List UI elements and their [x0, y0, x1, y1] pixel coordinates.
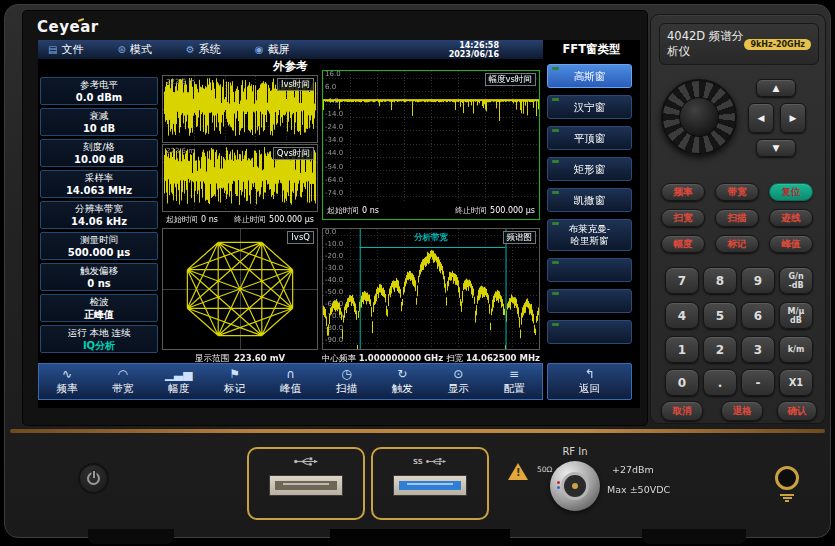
spectrum-title: 频谱图: [503, 231, 537, 244]
param-scale-per-div[interactable]: 刻度/格10.00 dB: [40, 139, 158, 167]
key-x1[interactable]: X1: [779, 369, 813, 396]
hardkey-marker[interactable]: 标记: [715, 235, 759, 253]
hardkey-amplitude[interactable]: 幅度: [661, 235, 705, 253]
usb-icon: [293, 456, 319, 467]
key-unit-giga[interactable]: G/n -dB: [779, 267, 813, 294]
toolbar-bandwidth[interactable]: ◠带宽: [95, 364, 151, 399]
arrow-right-key[interactable]: ▶: [780, 103, 806, 133]
fft-window-blackman-harris[interactable]: 布莱克曼- 哈里斯窗: [547, 219, 632, 251]
toolbar-sweep[interactable]: ◷扫描: [318, 364, 374, 399]
back-button[interactable]: ↰ 返回: [547, 363, 632, 400]
fft-window-flattop[interactable]: 平顶窗: [547, 126, 632, 150]
fft-window-empty-2[interactable]: [547, 289, 632, 313]
key-cancel[interactable]: 取消: [661, 401, 703, 421]
param-detector[interactable]: 检波正峰值: [40, 294, 158, 322]
max-voltage-label: Max ±50VDC: [607, 484, 670, 495]
key-8[interactable]: 8: [703, 267, 737, 294]
fft-window-kaiser[interactable]: 凯撒窗: [547, 188, 632, 212]
rf-in-label: RF In: [552, 446, 598, 457]
ground-terminal: [775, 466, 799, 490]
key-minus[interactable]: -: [741, 369, 775, 396]
hardkey-reset[interactable]: 复位: [769, 183, 813, 201]
marker-icon: ⚑: [229, 368, 240, 381]
freq-range-badge: 9kHz-20GHz: [744, 39, 811, 50]
toolbar-marker[interactable]: ⚑标记: [207, 364, 263, 399]
key-4[interactable]: 4: [665, 302, 699, 329]
mode-icon: ⊛: [117, 44, 125, 55]
key-7[interactable]: 7: [665, 267, 699, 294]
menu-item-system-label: 系统: [199, 42, 221, 57]
hardkey-frequency[interactable]: 频率: [661, 183, 705, 201]
fft-window-empty-1[interactable]: [547, 258, 632, 282]
hardkey-bandwidth[interactable]: 带宽: [715, 183, 759, 201]
arrow-down-key[interactable]: ▼: [756, 139, 796, 157]
key-unit-mega[interactable]: M/µ dB: [779, 302, 813, 329]
menu-item-mode[interactable]: ⊛ 模式: [117, 42, 151, 57]
param-rbw[interactable]: 分辨率带宽14.06 kHz: [40, 201, 158, 229]
param-trigger-offset[interactable]: 触发偏移0 ns: [40, 263, 158, 291]
menu-item-system[interactable]: ⚙ 系统: [186, 42, 221, 57]
i-plot-title: Ivs时间: [277, 78, 314, 91]
amplitude-trace: [323, 71, 539, 203]
hardkey-span[interactable]: 扫宽: [661, 209, 705, 227]
ground-icon: [779, 494, 795, 503]
key-3[interactable]: 3: [741, 336, 775, 363]
model-plate: 4042D 频谱分析仪 9kHz-20GHz: [659, 23, 819, 65]
key-0[interactable]: 0: [665, 369, 699, 396]
iq-plot-title: IvsQ: [287, 231, 314, 244]
spectrum-trace: [323, 229, 539, 349]
usb2-port-frame: [247, 447, 365, 520]
key-decimal[interactable]: .: [703, 369, 737, 396]
param-attenuation[interactable]: 衰减10 dB: [40, 108, 158, 136]
key-9[interactable]: 9: [741, 267, 775, 294]
menu-item-screenshot[interactable]: ◉ 截屏: [255, 42, 290, 57]
menu-item-mode-label: 模式: [130, 42, 152, 57]
arrow-up-key[interactable]: ▲: [756, 79, 796, 97]
lcd-screen: ▤ 文件 ⊛ 模式 ⚙ 系统 ◉ 截屏 14:26:58 2023/06/16 …: [38, 40, 640, 408]
toolbar-frequency[interactable]: ∿频率: [39, 364, 95, 399]
fft-window-hanning[interactable]: 汉宁窗: [547, 95, 632, 119]
toolbar-config[interactable]: ≡配置: [486, 364, 542, 399]
fft-window-empty-3[interactable]: [547, 320, 632, 344]
toolbar-amplitude[interactable]: ▁▃▅幅度: [151, 364, 207, 399]
key-5[interactable]: 5: [703, 302, 737, 329]
copper-trim: [10, 429, 825, 433]
key-unit-kilo[interactable]: k/m: [779, 336, 813, 363]
toolbar-peak[interactable]: ∩峰值: [263, 364, 319, 399]
amp-time-axis-labels: 起始时间0 ns 终止时间500.000 µs: [323, 205, 539, 216]
bandwidth-icon: ◠: [118, 368, 128, 381]
screenshot-icon: ◉: [255, 44, 264, 55]
key-confirm[interactable]: 确认: [777, 401, 817, 421]
power-icon: [87, 472, 100, 485]
key-6[interactable]: 6: [741, 302, 775, 329]
menu-item-screenshot-label: 截屏: [268, 42, 290, 57]
back-icon: ↰: [584, 368, 594, 381]
rotary-knob-center[interactable]: [679, 97, 719, 137]
menu-bar: ▤ 文件 ⊛ 模式 ⚙ 系统 ◉ 截屏 14:26:58 2023/06/16: [38, 40, 543, 59]
arrow-left-key[interactable]: ◀: [748, 103, 774, 133]
key-2[interactable]: 2: [703, 336, 737, 363]
key-1[interactable]: 1: [665, 336, 699, 363]
power-button[interactable]: [78, 463, 109, 494]
hardkey-trace[interactable]: 迹线: [769, 209, 813, 227]
toolbar-display[interactable]: ⊙显示: [430, 364, 486, 399]
param-sample-rate[interactable]: 采样率14.063 MHz: [40, 170, 158, 198]
q-plot-title: Qvs时间: [273, 147, 314, 160]
param-meas-time[interactable]: 测量时间500.000 µs: [40, 232, 158, 260]
iq-time-axis-labels: 起始时间0 ns 终止时间500.000 µs: [162, 214, 318, 225]
param-ref-level[interactable]: 参考电平0.0 dBm: [40, 77, 158, 105]
plot-spectrum: 分析带宽 频谱图: [322, 228, 540, 350]
plot-amplitude-vs-time: 幅度vs时间 起始时间0 ns 终止时间500.000 µs: [322, 70, 540, 220]
usb3-port-frame: SS: [371, 447, 489, 520]
menu-item-file[interactable]: ▤ 文件: [48, 42, 83, 57]
hardkey-sweep[interactable]: 扫描: [715, 209, 759, 227]
hardkey-peak[interactable]: 峰值: [769, 235, 813, 253]
param-run-status[interactable]: 运行 本地 连续IQ分析: [40, 325, 158, 353]
fft-window-gaussian[interactable]: 高斯窗: [547, 64, 632, 88]
fft-window-rectangular[interactable]: 矩形窗: [547, 157, 632, 181]
plot-q-vs-time: 223.6 m Qvs时间: [162, 144, 318, 212]
display-icon: ⊙: [453, 368, 463, 381]
toolbar-trigger[interactable]: ↻触发: [374, 364, 430, 399]
key-backspace[interactable]: 退格: [721, 401, 763, 421]
file-icon: ▤: [48, 44, 57, 55]
